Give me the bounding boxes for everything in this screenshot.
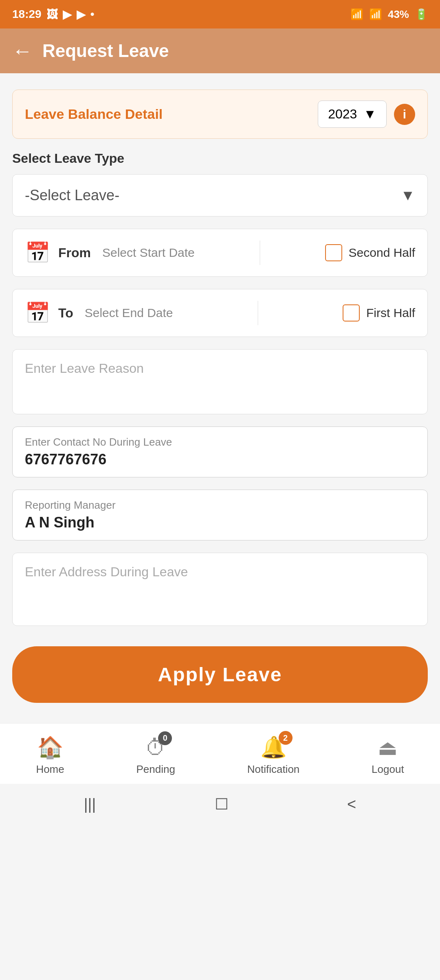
nav-logout[interactable]: ⏏ Logout — [372, 735, 404, 776]
reporting-manager-label: Reporting Manager — [25, 499, 415, 512]
pending-badge: 0 — [158, 731, 172, 745]
date-divider — [260, 241, 260, 265]
reporting-manager-value: A N Singh — [25, 514, 415, 531]
address-field[interactable]: Enter Address During Leave — [12, 553, 428, 626]
contact-no-label: Enter Contact No During Leave — [25, 436, 415, 448]
leave-balance-label: Leave Balance Detail — [25, 106, 163, 122]
second-half-label: Second Half — [349, 246, 415, 260]
main-content: Leave Balance Detail 2023 ▼ i Select Lea… — [0, 73, 440, 723]
android-nav-bar: ||| ☐ < — [0, 784, 440, 825]
second-half-checkbox[interactable] — [325, 244, 342, 261]
reporting-manager-field: Reporting Manager A N Singh — [12, 490, 428, 540]
status-time: 18:29 — [12, 8, 42, 21]
back-button[interactable]: ← — [12, 39, 33, 63]
year-value: 2023 — [328, 107, 357, 122]
to-label: To — [58, 306, 73, 321]
wifi-icon: 📶 — [350, 8, 363, 21]
photo-icon: 🖼 — [46, 8, 58, 21]
apply-leave-button[interactable]: Apply Leave — [12, 646, 428, 703]
battery-icon: 🔋 — [415, 8, 428, 21]
to-date-row[interactable]: 📅 To Select End Date First Half — [12, 289, 428, 337]
leave-balance-right: 2023 ▼ i — [318, 101, 415, 128]
logout-icon: ⏏ — [378, 735, 398, 760]
from-date-placeholder: Select Start Date — [102, 246, 195, 260]
status-bar-left: 18:29 🖼 ▶ ▶ • — [12, 8, 94, 21]
home-label: Home — [36, 763, 64, 776]
nav-pending[interactable]: ⏱ 0 Pending — [136, 735, 175, 776]
date-divider-2 — [257, 301, 258, 325]
leave-type-chevron-icon: ▼ — [400, 187, 415, 204]
from-date-row[interactable]: 📅 From Select Start Date Second Half — [12, 229, 428, 277]
to-date-right: First Half — [343, 304, 415, 322]
year-dropdown[interactable]: 2023 ▼ — [318, 101, 387, 128]
leave-reason-field[interactable]: Enter Leave Reason — [12, 349, 428, 414]
status-bar: 18:29 🖼 ▶ ▶ • 📶 📶 43% 🔋 — [0, 0, 440, 28]
page-title: Request Leave — [42, 41, 169, 61]
battery-text: 43% — [388, 8, 409, 21]
address-placeholder: Enter Address During Leave — [25, 564, 188, 579]
android-menu-icon[interactable]: ||| — [84, 796, 96, 813]
chevron-down-icon: ▼ — [363, 107, 376, 122]
to-calendar-icon: 📅 — [25, 301, 50, 325]
leave-type-label: Select Leave Type — [12, 151, 428, 166]
notification-badge: 2 — [279, 731, 293, 745]
leave-type-placeholder: -Select Leave- — [25, 187, 119, 204]
leave-balance-banner: Leave Balance Detail 2023 ▼ i — [12, 90, 428, 139]
contact-no-value: 6767767676 — [25, 451, 415, 468]
app-bar: ← Request Leave — [0, 28, 440, 73]
nav-notification[interactable]: 🔔 2 Notification — [247, 735, 300, 776]
signal-icon: 📶 — [369, 8, 382, 21]
leave-type-section: Select Leave Type -Select Leave- ▼ — [12, 151, 428, 217]
from-label: From — [58, 245, 91, 260]
youtube-icon: ▶ — [63, 8, 72, 21]
info-icon: i — [403, 107, 406, 121]
to-date-left: 📅 To Select End Date — [25, 301, 173, 325]
status-bar-right: 📶 📶 43% 🔋 — [350, 8, 428, 21]
pending-label: Pending — [136, 763, 175, 776]
to-date-placeholder: Select End Date — [85, 306, 173, 320]
notification-label: Notification — [247, 763, 300, 776]
contact-no-field[interactable]: Enter Contact No During Leave 6767767676 — [12, 427, 428, 477]
home-icon: 🏠 — [37, 735, 64, 760]
android-back-icon[interactable]: < — [347, 796, 356, 813]
info-button[interactable]: i — [394, 104, 415, 125]
leave-type-dropdown[interactable]: -Select Leave- ▼ — [12, 174, 428, 217]
first-half-label: First Half — [366, 306, 415, 320]
from-date-right: Second Half — [325, 244, 415, 261]
android-home-icon[interactable]: ☐ — [215, 795, 229, 813]
youtube-icon2: ▶ — [77, 8, 86, 21]
leave-reason-placeholder: Enter Leave Reason — [25, 361, 144, 376]
bottom-nav: 🏠 Home ⏱ 0 Pending 🔔 2 Notification ⏏ Lo… — [0, 723, 440, 784]
nav-home[interactable]: 🏠 Home — [36, 735, 64, 776]
first-half-checkbox[interactable] — [343, 304, 360, 322]
from-date-left: 📅 From Select Start Date — [25, 241, 195, 265]
logout-label: Logout — [372, 763, 404, 776]
from-calendar-icon: 📅 — [25, 241, 50, 265]
dot-icon: • — [90, 8, 95, 21]
